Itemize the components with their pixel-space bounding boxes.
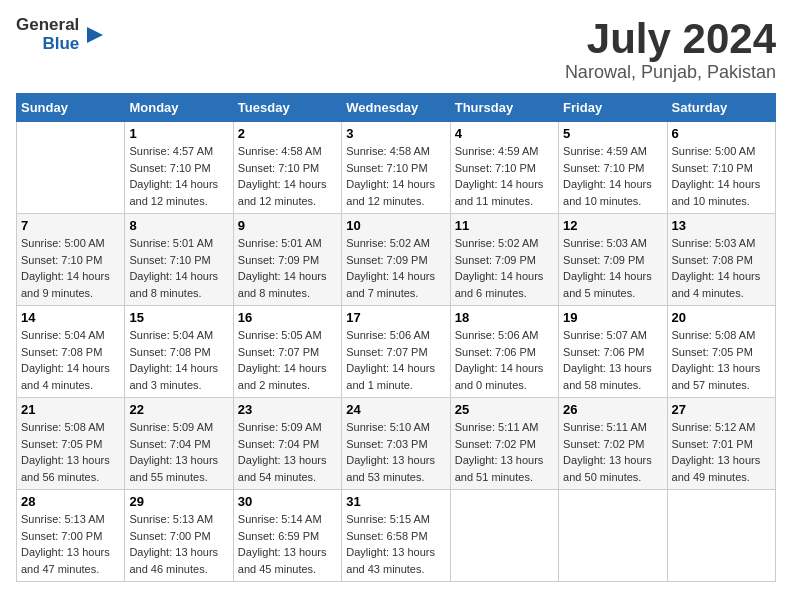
calendar-cell: 26Sunrise: 5:11 AM Sunset: 7:02 PM Dayli…: [559, 398, 667, 490]
day-number: 1: [129, 126, 228, 141]
col-wednesday: Wednesday: [342, 94, 450, 122]
day-number: 25: [455, 402, 554, 417]
day-info: Sunrise: 5:01 AM Sunset: 7:10 PM Dayligh…: [129, 235, 228, 301]
day-number: 6: [672, 126, 771, 141]
day-info: Sunrise: 5:10 AM Sunset: 7:03 PM Dayligh…: [346, 419, 445, 485]
calendar-header: Sunday Monday Tuesday Wednesday Thursday…: [17, 94, 776, 122]
day-info: Sunrise: 5:12 AM Sunset: 7:01 PM Dayligh…: [672, 419, 771, 485]
day-number: 24: [346, 402, 445, 417]
calendar-cell: 28Sunrise: 5:13 AM Sunset: 7:00 PM Dayli…: [17, 490, 125, 582]
day-info: Sunrise: 5:01 AM Sunset: 7:09 PM Dayligh…: [238, 235, 337, 301]
calendar-cell: 21Sunrise: 5:08 AM Sunset: 7:05 PM Dayli…: [17, 398, 125, 490]
sub-title: Narowal, Punjab, Pakistan: [565, 62, 776, 83]
main-title: July 2024: [565, 16, 776, 62]
calendar-cell: 18Sunrise: 5:06 AM Sunset: 7:06 PM Dayli…: [450, 306, 558, 398]
day-info: Sunrise: 5:09 AM Sunset: 7:04 PM Dayligh…: [129, 419, 228, 485]
calendar-week-row: 7Sunrise: 5:00 AM Sunset: 7:10 PM Daylig…: [17, 214, 776, 306]
day-number: 28: [21, 494, 120, 509]
day-info: Sunrise: 5:05 AM Sunset: 7:07 PM Dayligh…: [238, 327, 337, 393]
day-number: 21: [21, 402, 120, 417]
calendar-week-row: 1Sunrise: 4:57 AM Sunset: 7:10 PM Daylig…: [17, 122, 776, 214]
day-number: 17: [346, 310, 445, 325]
day-number: 30: [238, 494, 337, 509]
day-info: Sunrise: 4:58 AM Sunset: 7:10 PM Dayligh…: [238, 143, 337, 209]
day-info: Sunrise: 5:13 AM Sunset: 7:00 PM Dayligh…: [129, 511, 228, 577]
calendar-cell: 1Sunrise: 4:57 AM Sunset: 7:10 PM Daylig…: [125, 122, 233, 214]
col-thursday: Thursday: [450, 94, 558, 122]
day-info: Sunrise: 5:14 AM Sunset: 6:59 PM Dayligh…: [238, 511, 337, 577]
logo: General Blue: [16, 16, 109, 53]
day-number: 26: [563, 402, 662, 417]
calendar-cell: [667, 490, 775, 582]
calendar-cell: 6Sunrise: 5:00 AM Sunset: 7:10 PM Daylig…: [667, 122, 775, 214]
calendar-table: Sunday Monday Tuesday Wednesday Thursday…: [16, 93, 776, 582]
day-number: 15: [129, 310, 228, 325]
day-info: Sunrise: 5:06 AM Sunset: 7:06 PM Dayligh…: [455, 327, 554, 393]
calendar-cell: 4Sunrise: 4:59 AM Sunset: 7:10 PM Daylig…: [450, 122, 558, 214]
day-number: 8: [129, 218, 228, 233]
day-info: Sunrise: 4:59 AM Sunset: 7:10 PM Dayligh…: [455, 143, 554, 209]
day-number: 4: [455, 126, 554, 141]
day-number: 14: [21, 310, 120, 325]
day-info: Sunrise: 4:58 AM Sunset: 7:10 PM Dayligh…: [346, 143, 445, 209]
day-info: Sunrise: 5:04 AM Sunset: 7:08 PM Dayligh…: [129, 327, 228, 393]
calendar-cell: [559, 490, 667, 582]
calendar-cell: 30Sunrise: 5:14 AM Sunset: 6:59 PM Dayli…: [233, 490, 341, 582]
day-info: Sunrise: 5:13 AM Sunset: 7:00 PM Dayligh…: [21, 511, 120, 577]
day-number: 19: [563, 310, 662, 325]
day-info: Sunrise: 5:09 AM Sunset: 7:04 PM Dayligh…: [238, 419, 337, 485]
day-info: Sunrise: 4:59 AM Sunset: 7:10 PM Dayligh…: [563, 143, 662, 209]
day-number: 10: [346, 218, 445, 233]
day-number: 3: [346, 126, 445, 141]
day-number: 29: [129, 494, 228, 509]
day-info: Sunrise: 4:57 AM Sunset: 7:10 PM Dayligh…: [129, 143, 228, 209]
day-info: Sunrise: 5:02 AM Sunset: 7:09 PM Dayligh…: [346, 235, 445, 301]
day-number: 11: [455, 218, 554, 233]
day-number: 2: [238, 126, 337, 141]
day-number: 5: [563, 126, 662, 141]
calendar-cell: 31Sunrise: 5:15 AM Sunset: 6:58 PM Dayli…: [342, 490, 450, 582]
day-number: 16: [238, 310, 337, 325]
day-info: Sunrise: 5:00 AM Sunset: 7:10 PM Dayligh…: [672, 143, 771, 209]
calendar-week-row: 28Sunrise: 5:13 AM Sunset: 7:00 PM Dayli…: [17, 490, 776, 582]
day-number: 18: [455, 310, 554, 325]
col-friday: Friday: [559, 94, 667, 122]
calendar-cell: 15Sunrise: 5:04 AM Sunset: 7:08 PM Dayli…: [125, 306, 233, 398]
day-number: 13: [672, 218, 771, 233]
day-number: 7: [21, 218, 120, 233]
day-info: Sunrise: 5:08 AM Sunset: 7:05 PM Dayligh…: [21, 419, 120, 485]
day-number: 23: [238, 402, 337, 417]
header-row: Sunday Monday Tuesday Wednesday Thursday…: [17, 94, 776, 122]
day-info: Sunrise: 5:08 AM Sunset: 7:05 PM Dayligh…: [672, 327, 771, 393]
calendar-cell: 12Sunrise: 5:03 AM Sunset: 7:09 PM Dayli…: [559, 214, 667, 306]
calendar-cell: 16Sunrise: 5:05 AM Sunset: 7:07 PM Dayli…: [233, 306, 341, 398]
col-monday: Monday: [125, 94, 233, 122]
day-info: Sunrise: 5:03 AM Sunset: 7:08 PM Dayligh…: [672, 235, 771, 301]
logo-arrow-icon: [81, 21, 109, 49]
calendar-cell: 20Sunrise: 5:08 AM Sunset: 7:05 PM Dayli…: [667, 306, 775, 398]
logo-blue: Blue: [16, 35, 79, 54]
calendar-cell: 5Sunrise: 4:59 AM Sunset: 7:10 PM Daylig…: [559, 122, 667, 214]
calendar-body: 1Sunrise: 4:57 AM Sunset: 7:10 PM Daylig…: [17, 122, 776, 582]
calendar-cell: 19Sunrise: 5:07 AM Sunset: 7:06 PM Dayli…: [559, 306, 667, 398]
calendar-week-row: 14Sunrise: 5:04 AM Sunset: 7:08 PM Dayli…: [17, 306, 776, 398]
calendar-cell: 13Sunrise: 5:03 AM Sunset: 7:08 PM Dayli…: [667, 214, 775, 306]
calendar-cell: 22Sunrise: 5:09 AM Sunset: 7:04 PM Dayli…: [125, 398, 233, 490]
day-info: Sunrise: 5:06 AM Sunset: 7:07 PM Dayligh…: [346, 327, 445, 393]
col-saturday: Saturday: [667, 94, 775, 122]
day-info: Sunrise: 5:03 AM Sunset: 7:09 PM Dayligh…: [563, 235, 662, 301]
day-info: Sunrise: 5:11 AM Sunset: 7:02 PM Dayligh…: [455, 419, 554, 485]
day-number: 27: [672, 402, 771, 417]
day-number: 12: [563, 218, 662, 233]
calendar-cell: [17, 122, 125, 214]
day-number: 20: [672, 310, 771, 325]
calendar-cell: 25Sunrise: 5:11 AM Sunset: 7:02 PM Dayli…: [450, 398, 558, 490]
calendar-cell: 11Sunrise: 5:02 AM Sunset: 7:09 PM Dayli…: [450, 214, 558, 306]
calendar-week-row: 21Sunrise: 5:08 AM Sunset: 7:05 PM Dayli…: [17, 398, 776, 490]
day-info: Sunrise: 5:02 AM Sunset: 7:09 PM Dayligh…: [455, 235, 554, 301]
calendar-cell: 27Sunrise: 5:12 AM Sunset: 7:01 PM Dayli…: [667, 398, 775, 490]
calendar-cell: 7Sunrise: 5:00 AM Sunset: 7:10 PM Daylig…: [17, 214, 125, 306]
calendar-cell: 24Sunrise: 5:10 AM Sunset: 7:03 PM Dayli…: [342, 398, 450, 490]
calendar-cell: [450, 490, 558, 582]
calendar-cell: 23Sunrise: 5:09 AM Sunset: 7:04 PM Dayli…: [233, 398, 341, 490]
